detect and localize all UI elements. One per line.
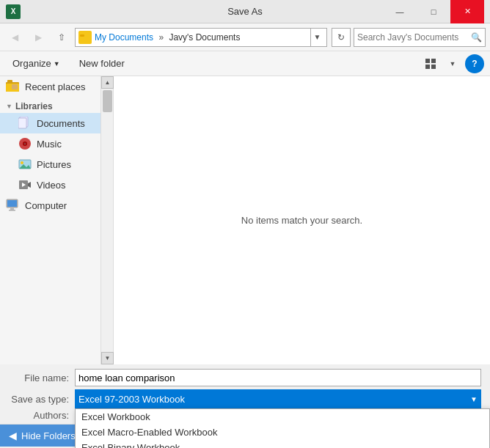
new-folder-button[interactable]: New folder <box>73 54 131 73</box>
back-button[interactable]: ◀ <box>4 27 25 48</box>
recent-places-icon <box>6 79 21 94</box>
recent-places-label: Recent places <box>25 81 85 92</box>
sidebar-scroll-thumb <box>103 90 112 112</box>
sidebar-scroll-up[interactable]: ▲ <box>101 76 114 89</box>
up-button[interactable]: ⇧ <box>51 27 72 48</box>
dropdown-item-excel-macro[interactable]: Excel Macro-Enabled Workbook <box>76 425 489 440</box>
sidebar-scroll-down[interactable]: ▼ <box>101 352 114 364</box>
dialog-title: Save As <box>227 6 263 17</box>
svg-rect-7 <box>7 80 12 83</box>
svg-rect-2 <box>425 59 430 63</box>
organize-label: Organize <box>12 58 51 69</box>
sidebar-item-recent-places[interactable]: Recent places <box>0 76 100 97</box>
forward-button[interactable]: ▶ <box>28 27 48 48</box>
videos-label: Videos <box>37 180 66 191</box>
minimize-button[interactable]: — <box>383 0 417 23</box>
svg-marker-23 <box>28 182 31 188</box>
nav-bar: ◀ ▶ ⇧ My Documents » Javy's Documents ▼ … <box>0 23 490 51</box>
address-path: My Documents » Javy's Documents <box>95 32 307 43</box>
search-input[interactable] <box>357 32 468 43</box>
save-type-dropdown-list: Excel Workbook Excel Macro-Enabled Workb… <box>75 408 490 448</box>
address-bar[interactable]: My Documents » Javy's Documents ▼ <box>75 28 327 47</box>
organize-chevron-icon: ▼ <box>54 60 60 67</box>
hide-folders-button[interactable]: ◀ Hide Folders <box>0 425 84 447</box>
libraries-expand-icon: ▼ <box>6 103 12 110</box>
computer-icon <box>6 198 21 213</box>
sidebar-scrollbar: ▲ ▼ <box>100 76 113 364</box>
documents-icon <box>18 116 32 131</box>
dropdown-item-excel-workbook[interactable]: Excel Workbook <box>76 409 489 425</box>
excel-icon: X <box>6 4 21 19</box>
sidebar-nav: Recent places ▼ Libraries <box>0 76 100 364</box>
maximize-button[interactable]: □ <box>417 0 450 23</box>
title-bar-left: X <box>6 4 21 19</box>
svg-rect-14 <box>18 118 26 128</box>
file-name-label: File name: <box>9 372 75 383</box>
svg-rect-9 <box>12 84 18 89</box>
bottom-section: File name: Save as type: Excel 97-2003 W… <box>0 364 490 424</box>
svg-point-18 <box>24 143 26 144</box>
sidebar-item-documents[interactable]: Documents <box>0 113 100 133</box>
path-my-documents: My Documents <box>95 32 153 43</box>
sidebar-item-pictures[interactable]: Pictures <box>0 154 100 175</box>
refresh-button[interactable]: ↻ <box>332 28 351 47</box>
empty-message: No items match your search. <box>241 215 362 226</box>
svg-rect-27 <box>10 208 14 210</box>
save-type-container: Save as type: Excel 97-2003 Workbook ▼ E… <box>0 389 490 408</box>
title-bar-buttons: — □ ✕ <box>383 0 484 23</box>
pictures-icon <box>18 157 32 172</box>
pictures-label: Pictures <box>37 159 71 170</box>
music-icon <box>18 136 32 151</box>
svg-rect-5 <box>431 65 436 69</box>
svg-rect-26 <box>7 200 17 207</box>
close-button[interactable]: ✕ <box>450 0 484 23</box>
help-button[interactable]: ? <box>465 54 484 73</box>
file-name-row: File name: <box>0 364 490 386</box>
sidebar-wrapper: Recent places ▼ Libraries <box>0 76 114 364</box>
music-label: Music <box>37 139 62 150</box>
dropdown-item-excel-binary[interactable]: Excel Binary Workbook <box>76 440 489 448</box>
path-javy-documents: Javy's Documents <box>169 32 240 43</box>
save-type-arrow-icon: ▼ <box>470 395 478 403</box>
sidebar-item-music[interactable]: Music <box>0 133 100 154</box>
svg-rect-4 <box>425 65 430 69</box>
sidebar-item-videos[interactable]: Videos <box>0 175 100 195</box>
computer-label: Computer <box>25 200 67 211</box>
search-bar[interactable]: 🔍 <box>354 28 486 47</box>
view-dropdown-chevron[interactable]: ▼ <box>446 54 459 73</box>
libraries-label: Libraries <box>15 101 53 111</box>
svg-rect-3 <box>431 59 436 63</box>
path-separator-1: » <box>158 32 164 43</box>
svg-rect-28 <box>9 210 15 211</box>
address-folder-icon <box>78 31 92 44</box>
address-dropdown-arrow[interactable]: ▼ <box>310 28 323 47</box>
svg-rect-1 <box>80 34 84 37</box>
save-type-label: Save as type: <box>9 394 75 405</box>
file-name-input[interactable] <box>75 369 481 386</box>
save-type-value: Excel 97-2003 Workbook <box>78 394 185 405</box>
svg-point-20 <box>21 161 23 164</box>
organize-button[interactable]: Organize ▼ <box>6 54 67 73</box>
toolbar: Organize ▼ New folder ▼ ? <box>0 51 490 76</box>
content-area: No items match your search. <box>114 76 490 364</box>
videos-icon <box>18 177 32 192</box>
documents-label: Documents <box>37 118 85 129</box>
sidebar-scroll-track <box>101 89 113 352</box>
view-toggle-button[interactable] <box>421 54 440 73</box>
save-type-row: Save as type: Excel 97-2003 Workbook ▼ <box>0 389 490 408</box>
sidebar-item-computer[interactable]: Computer <box>0 195 100 216</box>
search-icon: 🔍 <box>471 32 482 43</box>
hide-folders-arrow-icon: ◀ <box>9 430 17 441</box>
save-type-dropdown[interactable]: Excel 97-2003 Workbook ▼ <box>75 389 481 408</box>
sidebar-libraries-group[interactable]: ▼ Libraries <box>0 97 100 113</box>
hide-folders-label: Hide Folders <box>21 430 76 441</box>
authors-label: Authors: <box>9 410 75 421</box>
middle-section: Recent places ▼ Libraries <box>0 76 490 364</box>
title-bar: X Save As — □ ✕ <box>0 0 490 23</box>
